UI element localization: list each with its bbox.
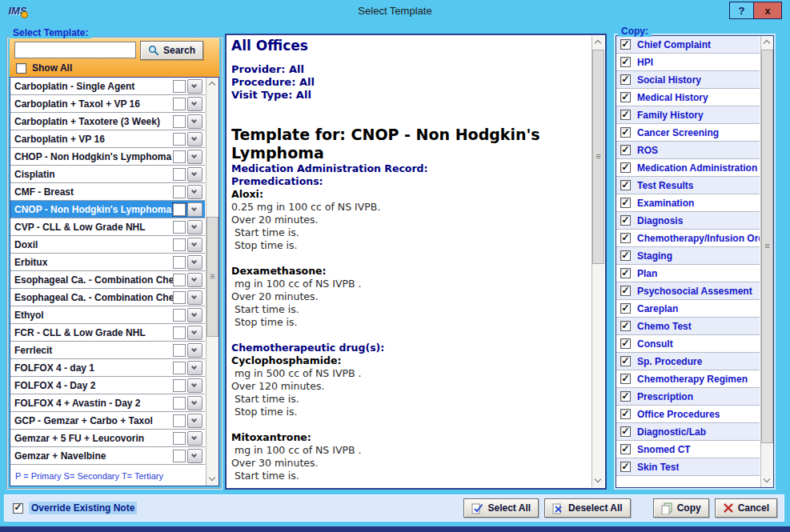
copy-item-row[interactable]: Snomed CT [616,441,760,458]
deselect-all-button[interactable]: Deselect All [544,498,631,518]
priority-value-box[interactable] [173,133,186,146]
copy-item-checkbox[interactable] [620,162,631,173]
copy-item-checkbox[interactable] [620,250,631,261]
copy-item-row[interactable]: Examination [616,194,760,212]
priority-dropdown-button[interactable] [187,308,203,322]
copy-item-checkbox[interactable] [620,356,631,366]
priority-value-box[interactable] [173,238,186,251]
priority-value-box[interactable] [173,414,186,427]
priority-value-box[interactable] [173,168,186,181]
template-row[interactable]: Doxil [10,236,205,254]
copy-item-checkbox[interactable] [620,444,631,454]
template-row[interactable]: Erbitux [10,254,205,271]
copy-item-row[interactable]: Psychosocial Assesment [616,282,760,300]
template-row[interactable]: Carboplatin + Taxotere (3 Week) [10,113,205,130]
show-all-checkbox[interactable] [16,63,26,74]
priority-dropdown-button[interactable] [187,114,203,129]
priority-value-box[interactable] [173,326,186,339]
template-row[interactable]: Carboplatin - Single Agent [10,78,205,95]
scrollbar-thumb[interactable] [592,50,604,264]
priority-dropdown-button[interactable] [187,220,203,234]
copy-item-row[interactable]: Plan [616,265,760,282]
copy-item-row[interactable]: Social History [616,71,760,89]
priority-value-box[interactable] [173,274,186,286]
priority-dropdown-button[interactable] [187,449,203,463]
copy-item-checkbox[interactable] [620,426,631,437]
copy-item-row[interactable]: Diagnosis [616,212,760,230]
copy-item-checkbox[interactable] [620,286,631,296]
priority-dropdown-button[interactable] [187,414,203,428]
priority-value-box[interactable] [173,432,186,445]
template-row[interactable]: FOLFOX 4 - day 1 [10,359,205,377]
copy-item-row[interactable]: Careplan [616,300,760,318]
copy-item-row[interactable]: Family History [616,106,760,124]
copy-item-checkbox[interactable] [620,92,631,102]
template-row[interactable]: Carboplatin + Taxol + VP 16 [10,95,205,113]
scroll-up-arrow[interactable] [592,36,604,49]
template-row[interactable]: Ferrlecit [10,342,205,359]
copy-item-row[interactable]: Chemo Test [616,318,760,335]
priority-value-box[interactable] [173,256,186,269]
copy-item-checkbox[interactable] [620,233,631,243]
copy-item-row[interactable]: Chemotherapy Regimen [616,370,760,388]
copy-item-row[interactable]: Sp. Procedure [616,353,760,370]
copy-item-checkbox[interactable] [620,391,631,402]
scroll-up-arrow[interactable] [207,78,219,90]
copy-item-row[interactable]: Medical History [616,89,760,106]
scroll-down-arrow[interactable] [761,474,773,487]
copy-item-row[interactable]: Office Procedures [616,406,760,423]
copy-item-checkbox[interactable] [620,57,631,67]
select-all-button[interactable]: Select All [463,498,539,518]
template-row[interactable]: CNOP - Non Hodgkin's Lymphoma [10,201,205,218]
copy-item-checkbox[interactable] [620,127,631,138]
scroll-down-arrow[interactable] [592,474,604,487]
priority-dropdown-button[interactable] [187,431,203,446]
priority-dropdown-button[interactable] [187,273,203,287]
priority-value-box[interactable] [173,309,186,322]
template-row[interactable]: Esophageal Ca. - Combination Chem [10,271,205,289]
copy-item-row[interactable]: Test Results [616,177,760,194]
scroll-up-arrow[interactable] [761,36,773,49]
copy-item-row[interactable]: HPI [616,54,760,71]
copy-item-checkbox[interactable] [620,110,631,120]
copy-item-checkbox[interactable] [620,198,631,208]
template-row[interactable]: CVP - CLL & Low Grade NHL [10,218,205,236]
copy-item-checkbox[interactable] [620,74,631,85]
copy-item-row[interactable]: Staging [616,247,760,265]
priority-value-box[interactable] [173,186,186,198]
template-row[interactable]: CHOP - Non Hodgkin's Lymphoma [10,148,205,166]
copy-item-checkbox[interactable] [620,374,631,384]
copy-item-row[interactable]: Chief Complaint [616,36,760,54]
search-button[interactable]: Search [140,41,203,60]
scrollbar-thumb[interactable] [761,50,773,443]
copy-item-checkbox[interactable] [620,145,631,155]
priority-value-box[interactable] [173,203,186,216]
priority-value-box[interactable] [173,150,186,163]
copy-item-row[interactable]: ROS [616,142,760,159]
template-row[interactable]: Gemzar + 5 FU + Leucovorin [10,430,205,447]
copy-item-row[interactable]: Chemotherapy/Infusion Orde [616,230,760,247]
copy-item-row[interactable]: Diagnostic/Lab [616,423,760,441]
priority-dropdown-button[interactable] [187,326,203,340]
copy-item-checkbox[interactable] [620,215,631,226]
template-row[interactable]: Gemzar + Navelbine [10,447,205,465]
priority-value-box[interactable] [173,80,186,93]
priority-dropdown-button[interactable] [187,255,203,270]
template-row[interactable]: GCP - Gemzar + Carbo + Taxol [10,412,205,430]
override-existing-note-checkbox[interactable] [13,503,23,514]
copy-item-checkbox[interactable] [620,409,631,419]
priority-value-box[interactable] [173,450,186,462]
copy-item-row[interactable]: Consult [616,335,760,353]
priority-value-box[interactable] [173,397,186,410]
priority-dropdown-button[interactable] [187,378,203,393]
priority-dropdown-button[interactable] [187,238,203,252]
priority-dropdown-button[interactable] [187,167,203,182]
copy-item-row[interactable]: Cancer Screening [616,124,760,142]
priority-value-box[interactable] [173,362,186,374]
priority-dropdown-button[interactable] [187,132,203,146]
priority-dropdown-button[interactable] [187,185,203,199]
scrollbar-thumb[interactable] [207,217,219,337]
copy-item-row[interactable]: Medication Administration Re [616,159,760,177]
priority-value-box[interactable] [173,379,186,392]
copy-item-checkbox[interactable] [620,303,631,314]
